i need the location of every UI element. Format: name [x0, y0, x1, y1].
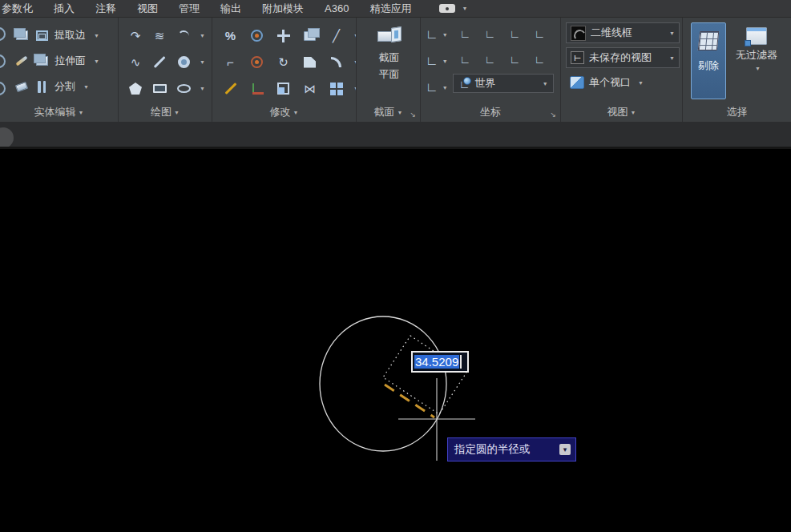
menu-item-output[interactable]: 输出 — [210, 0, 252, 18]
extract-edges-icon — [34, 28, 49, 42]
prompt-options-icon[interactable]: ▾ — [559, 444, 571, 455]
ucs-world-button[interactable]: ∟ — [459, 28, 470, 39]
culling-icon — [698, 31, 720, 50]
line-icon[interactable] — [152, 55, 167, 70]
viewport-config-button[interactable]: 单个视口 ▼ — [566, 72, 679, 93]
offset-icon[interactable] — [250, 29, 264, 43]
chevron-down-icon[interactable]: ▼ — [669, 55, 675, 61]
chevron-down-icon[interactable]: ▼ — [442, 85, 448, 91]
menu-item-addins[interactable]: 附加模块 — [252, 0, 314, 18]
ucs-face-button[interactable]: ∟ — [509, 28, 520, 39]
ucs-object-button[interactable]: ∟ — [484, 28, 495, 39]
selection-filter-dropdown[interactable]: 无过滤器 ▼ — [736, 22, 777, 103]
chevron-down-icon[interactable]: ▼ — [462, 6, 467, 11]
wireframe-2d-icon — [571, 26, 586, 41]
rectangle-icon[interactable] — [152, 82, 167, 96]
scale-icon[interactable] — [276, 82, 291, 96]
file-tab-bar — [0, 122, 791, 149]
panel-label-view[interactable]: 视图 ▼ — [561, 103, 682, 122]
trim-icon[interactable]: % — [224, 29, 238, 43]
panel-section: 截面 平面 截面 ▼ ↘ — [357, 18, 421, 122]
named-view-icon: ⊢ — [571, 51, 584, 64]
chevron-down-icon[interactable]: ▼ — [200, 33, 205, 38]
spline-icon[interactable]: ∿ — [128, 55, 143, 70]
arc-icon[interactable] — [176, 29, 191, 43]
panel-expander-icon[interactable]: ↘ — [550, 111, 556, 119]
ucs-view-button[interactable]: ∟ — [534, 28, 545, 39]
menu-item-view[interactable]: 视图 — [127, 0, 168, 18]
chevron-down-icon[interactable]: ▼ — [755, 66, 761, 71]
panel-label-section[interactable]: 截面 ▼ ↘ — [357, 103, 420, 122]
no-filter-icon — [746, 27, 767, 45]
ucs-origin-button[interactable]: ∟ ▼ — [426, 77, 448, 98]
ucs-icon-button[interactable]: ∟ ▼ — [426, 24, 448, 45]
chamfer-icon[interactable] — [303, 55, 317, 70]
panel-label-coordinates[interactable]: 坐标 ↘ — [421, 103, 560, 122]
drawing-tab-stub[interactable] — [0, 127, 14, 148]
camera-icon — [439, 4, 455, 13]
radius-rubber-band — [385, 385, 434, 417]
chevron-down-icon[interactable]: ▼ — [638, 80, 644, 86]
scale-reference-icon[interactable] — [250, 55, 264, 70]
ucs-y-button[interactable]: ∟ — [484, 54, 495, 65]
chevron-down-icon[interactable]: ▼ — [83, 84, 89, 90]
menu-item-insert[interactable]: 插入 — [43, 0, 85, 18]
shell-icon[interactable] — [14, 79, 29, 94]
visual-style-dropdown[interactable]: 二维线框 ▼ — [566, 22, 680, 43]
fillet-edge-icon[interactable] — [14, 54, 29, 68]
array-icon[interactable] — [329, 82, 344, 96]
ucs-named-dropdown[interactable]: ∟ 世界 ▼ — [453, 74, 554, 93]
section-plane-button[interactable]: 截面 平面 — [361, 21, 417, 103]
ucs-previous-button[interactable]: ∟ ▼ — [426, 50, 448, 71]
chevron-down-icon[interactable]: ▼ — [543, 81, 548, 87]
panel-label-draw[interactable]: 绘图 ▼ — [119, 103, 212, 122]
extract-edges-button[interactable]: 提取边 ▼ — [14, 23, 115, 47]
panel-expander-icon[interactable]: ↘ — [410, 111, 416, 119]
panel-label-solid-editing[interactable]: 实体编辑 ▼ — [0, 103, 118, 122]
ellipse-icon[interactable] — [176, 82, 191, 96]
menu-item-manage[interactable]: 管理 — [168, 0, 210, 18]
text-caret — [460, 355, 462, 369]
extrude-faces-button[interactable]: 拉伸面 ▼ — [14, 49, 115, 73]
chevron-down-icon[interactable]: ▼ — [669, 30, 675, 36]
drawing-area[interactable]: 34.5209 指定圆的半径或 ▾ — [0, 149, 791, 532]
union-icon[interactable] — [14, 28, 29, 42]
menu-item-parametric[interactable]: 参数化 — [0, 0, 43, 18]
fillet-icon[interactable] — [329, 55, 344, 70]
autocad-window: 参数化 插入 注释 视图 管理 输出 附加模块 A360 精选应用 ▼ — [0, 0, 791, 532]
ucs-icon: ∟ — [426, 28, 438, 41]
mirror-icon[interactable]: ⋈ — [303, 82, 317, 96]
ucs-zaxis-button[interactable]: ∟ — [534, 54, 545, 65]
panel-label-modify[interactable]: 修改 ▼ — [212, 103, 356, 122]
chevron-down-icon[interactable]: ▼ — [94, 58, 99, 64]
break-icon[interactable]: ╱ — [329, 29, 344, 43]
menu-item-featured-apps[interactable]: 精选应用 — [359, 0, 422, 18]
ucs-z-button[interactable]: ∟ — [509, 54, 520, 65]
align-icon[interactable] — [250, 82, 264, 96]
chevron-down-icon[interactable]: ▼ — [94, 33, 99, 38]
separate-icon — [34, 79, 49, 94]
chevron-down-icon[interactable]: ▼ — [200, 86, 205, 91]
move-icon[interactable] — [276, 29, 291, 43]
ucs-x-button[interactable]: ∟ — [459, 54, 470, 65]
stretch-icon[interactable]: ⌐ — [224, 55, 238, 70]
circle-icon[interactable] — [176, 55, 191, 70]
menu-item-annotate[interactable]: 注释 — [85, 0, 127, 18]
chevron-down-icon[interactable]: ▼ — [200, 59, 205, 65]
revcloud-icon[interactable]: ≋ — [152, 29, 167, 43]
chevron-down-icon[interactable]: ▼ — [442, 32, 448, 38]
erase-icon[interactable] — [224, 82, 238, 96]
copy-icon[interactable] — [303, 29, 317, 43]
polygon-icon[interactable] — [128, 82, 143, 96]
panel-coordinates: ∟ ▼ ∟ ▼ ∟ ▼ ∟ — [421, 18, 561, 122]
separate-button[interactable]: 分割 ▼ — [14, 75, 115, 99]
ribbon-display-toggle[interactable]: ▼ — [439, 4, 467, 13]
menu-item-a360[interactable]: A360 — [314, 0, 359, 18]
panel-label-selection: 选择 — [683, 103, 791, 122]
dynamic-input-field[interactable]: 34.5209 — [411, 351, 469, 373]
chevron-down-icon[interactable]: ▼ — [442, 58, 448, 64]
polyline-icon[interactable]: ↷ — [128, 29, 143, 43]
culling-toggle-button[interactable]: 剔除 — [691, 22, 726, 99]
named-view-dropdown[interactable]: ⊢ 未保存的视图 ▼ — [566, 47, 680, 68]
rotate-icon[interactable]: ↻ — [276, 55, 291, 70]
